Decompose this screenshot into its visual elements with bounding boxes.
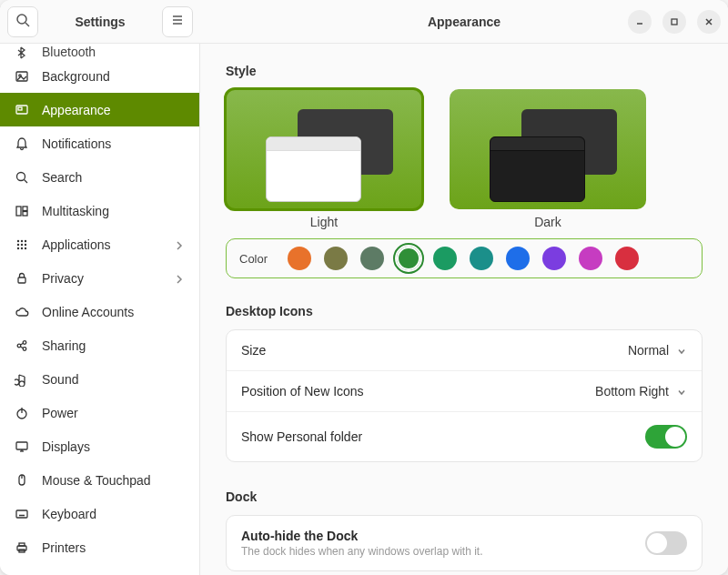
content-area[interactable]: Style Light Dark <box>200 44 728 575</box>
keyboard-icon <box>15 507 29 521</box>
svg-rect-35 <box>16 442 27 449</box>
autohide-label: Auto-hide the Dock <box>241 529 645 543</box>
preview-window-front <box>266 136 361 202</box>
svg-line-31 <box>21 343 24 345</box>
show-personal-row: Show Personal folder <box>227 412 702 461</box>
sidebar-item-displays[interactable]: Displays <box>0 429 199 463</box>
titlebar-left: Settings <box>0 6 200 37</box>
svg-point-0 <box>17 15 26 24</box>
size-value: Normal <box>628 343 669 358</box>
svg-line-14 <box>25 179 28 183</box>
sidebar-item-mouse-touchpad[interactable]: Mouse & Touchpad <box>0 463 199 497</box>
svg-line-1 <box>25 23 29 26</box>
sidebar-item-printers[interactable]: Printers <box>0 530 199 564</box>
color-swatch-8[interactable] <box>579 247 602 270</box>
style-card-dark-wrap: Dark <box>450 89 646 229</box>
display-icon <box>15 439 29 454</box>
svg-point-22 <box>21 243 23 245</box>
color-swatch-2[interactable] <box>360 247 384 270</box>
style-card-light[interactable] <box>226 89 422 209</box>
autohide-toggle[interactable] <box>645 531 687 555</box>
settings-window: Settings Appearance Blue <box>0 0 728 575</box>
sidebar-item-appearance[interactable]: Appearance <box>0 93 199 126</box>
size-dropdown[interactable]: Normal <box>628 343 687 358</box>
sidebar-item-label: Displays <box>42 439 185 454</box>
background-icon <box>15 69 29 84</box>
svg-point-13 <box>17 172 25 180</box>
svg-point-23 <box>25 243 26 245</box>
sidebar-item-search[interactable]: Search <box>0 160 199 194</box>
desktop-icons-panel: Size Normal Position of New Icons Bottom… <box>226 329 703 462</box>
chevron-down-icon <box>676 345 687 356</box>
sound-icon <box>15 372 29 387</box>
sidebar-item-multitasking[interactable]: Multitasking <box>0 194 199 227</box>
sidebar-item-label: Background <box>42 69 185 84</box>
sidebar-item-label: Power <box>42 406 185 420</box>
position-label: Position of New Icons <box>241 384 595 398</box>
svg-rect-12 <box>18 107 22 110</box>
share-icon <box>15 338 29 353</box>
color-swatch-0[interactable] <box>288 247 311 270</box>
svg-point-18 <box>17 239 19 241</box>
sidebar-item-label: Mouse & Touchpad <box>42 473 185 488</box>
svg-rect-17 <box>23 211 27 216</box>
color-label: Color <box>239 252 268 266</box>
size-row[interactable]: Size Normal <box>227 330 702 371</box>
dock-panel: Auto-hide the Dock The dock hides when a… <box>226 515 703 571</box>
sidebar-item-keyboard[interactable]: Keyboard <box>0 497 199 530</box>
sidebar-item-label: Multitasking <box>42 204 185 218</box>
page-title: Appearance <box>200 15 728 29</box>
grid-icon <box>15 237 29 252</box>
show-personal-label: Show Personal folder <box>241 429 645 444</box>
menu-button[interactable] <box>162 6 193 37</box>
color-swatch-9[interactable] <box>615 247 639 270</box>
sidebar-title: Settings <box>46 15 155 29</box>
color-swatch-6[interactable] <box>506 247 530 270</box>
autohide-sub: The dock hides when any windows overlap … <box>241 545 645 558</box>
color-swatch-7[interactable] <box>542 247 566 270</box>
sidebar-item-bluetooth[interactable]: Bluetooth <box>0 44 199 59</box>
color-swatch-5[interactable] <box>470 247 493 270</box>
sidebar-item-sound[interactable]: Sound <box>0 362 199 396</box>
svg-point-28 <box>17 344 21 348</box>
lock-icon <box>15 271 29 286</box>
sidebar-item-applications[interactable]: Applications <box>0 227 199 261</box>
sidebar-item-label: Notifications <box>42 136 185 151</box>
style-card-light-wrap: Light <box>226 89 422 229</box>
sidebar[interactable]: BluetoothBackgroundAppearanceNotificatio… <box>0 44 200 575</box>
sidebar-item-sharing[interactable]: Sharing <box>0 328 199 362</box>
style-light-label: Light <box>310 215 338 229</box>
bluetooth-icon <box>15 45 29 59</box>
sidebar-item-background[interactable]: Background <box>0 59 199 93</box>
sidebar-item-label: Privacy <box>42 271 161 286</box>
color-swatch-4[interactable] <box>433 247 457 270</box>
mouse-icon <box>15 473 29 488</box>
sidebar-item-power[interactable]: Power <box>0 396 199 429</box>
svg-rect-15 <box>16 207 21 216</box>
position-dropdown[interactable]: Bottom Right <box>595 384 687 398</box>
titlebar: Settings Appearance <box>0 0 728 44</box>
color-swatch-1[interactable] <box>324 247 348 270</box>
cloud-icon <box>15 305 29 319</box>
bell-icon <box>15 136 29 151</box>
show-personal-toggle[interactable] <box>645 425 687 449</box>
svg-point-26 <box>25 247 26 248</box>
style-card-dark[interactable] <box>450 89 646 209</box>
style-dark-label: Dark <box>534 215 561 229</box>
chevron-right-icon <box>174 239 185 250</box>
sidebar-item-online-accounts[interactable]: Online Accounts <box>0 295 199 328</box>
sidebar-item-privacy[interactable]: Privacy <box>0 261 199 295</box>
sidebar-item-notifications[interactable]: Notifications <box>0 126 199 160</box>
style-row: Light Dark <box>226 89 703 229</box>
multitask-icon <box>15 204 29 218</box>
position-row[interactable]: Position of New Icons Bottom Right <box>227 371 702 412</box>
hamburger-icon <box>170 13 185 30</box>
sidebar-item-label: Online Accounts <box>42 305 185 319</box>
sidebar-item-label: Bluetooth <box>42 45 185 59</box>
chevron-right-icon <box>174 273 185 284</box>
color-swatch-3[interactable] <box>397 247 420 270</box>
svg-rect-48 <box>19 543 25 546</box>
style-section-title: Style <box>226 64 703 78</box>
sidebar-item-label: Sharing <box>42 338 185 353</box>
search-button[interactable] <box>7 6 38 37</box>
